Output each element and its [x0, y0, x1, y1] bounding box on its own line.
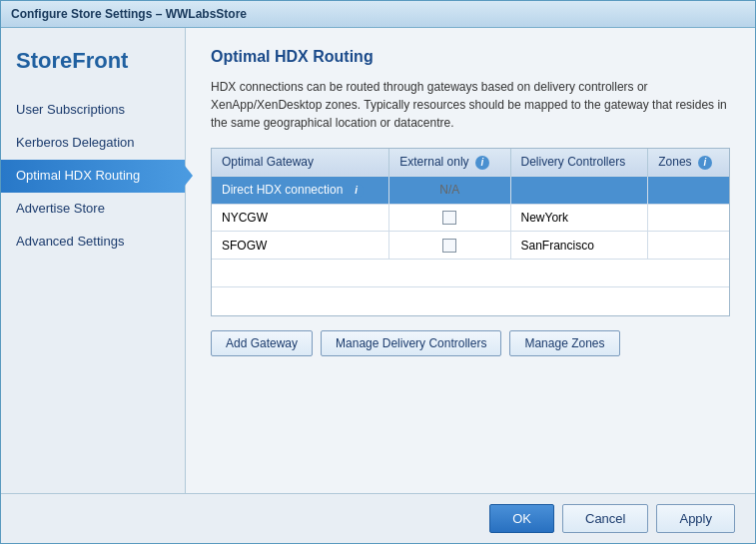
description: HDX connections can be routed through ga… [211, 78, 730, 132]
sidebar-item-label: User Subscriptions [16, 102, 125, 117]
routing-table-container: Optimal Gateway External only i Delivery… [211, 148, 730, 316]
sidebar-item-label: Advanced Settings [16, 234, 124, 249]
description-text: HDX connections can be routed through ga… [211, 80, 727, 130]
cell-delivery-controllers: SanFrancisco [510, 232, 648, 260]
sidebar: StoreFront User Subscriptions Kerberos D… [1, 28, 186, 493]
sidebar-item-label: Advertise Store [16, 201, 105, 216]
section-title: Optimal HDX Routing [211, 48, 730, 66]
routing-table: Optimal Gateway External only i Delivery… [212, 149, 729, 315]
ok-button[interactable]: OK [489, 504, 554, 533]
sidebar-item-kerberos-delegation[interactable]: Kerberos Delegation [1, 127, 185, 160]
col-header-zones: Zones i [648, 149, 729, 176]
action-buttons: Add Gateway Manage Delivery Controllers … [211, 330, 730, 356]
table-header-row: Optimal Gateway External only i Delivery… [212, 149, 729, 176]
footer: OK Cancel Apply [1, 493, 755, 543]
cell-gateway: NYCGW [212, 204, 389, 232]
table-row-empty [212, 260, 729, 287]
title-bar: Configure Store Settings – WWLabsStore [1, 1, 755, 28]
sidebar-title: StoreFront [1, 38, 185, 94]
manage-zones-button[interactable]: Manage Zones [509, 330, 619, 356]
external-only-checkbox-sfogw[interactable] [442, 239, 456, 253]
manage-delivery-controllers-button[interactable]: Manage Delivery Controllers [321, 330, 501, 356]
sidebar-item-label: Kerberos Delegation [16, 135, 135, 150]
cell-zones [648, 232, 729, 260]
table-row[interactable]: SFOGW SanFrancisco [212, 232, 729, 260]
cell-external-only [389, 232, 510, 260]
cell-gateway: SFOGW [212, 232, 389, 260]
col-header-gateway: Optimal Gateway [212, 149, 389, 176]
cell-external-only [389, 204, 510, 232]
table-row[interactable]: Direct HDX connection i N/A [212, 176, 729, 204]
add-gateway-button[interactable]: Add Gateway [211, 330, 313, 356]
apply-button[interactable]: Apply [656, 504, 735, 533]
cancel-button[interactable]: Cancel [562, 504, 648, 533]
table-row[interactable]: NYCGW NewYork [212, 204, 729, 232]
external-only-checkbox-nycgw[interactable] [442, 211, 456, 225]
na-label: N/A [439, 183, 459, 197]
sidebar-item-optimal-hdx-routing[interactable]: Optimal HDX Routing [1, 160, 185, 193]
sidebar-item-advertise-store[interactable]: Advertise Store [1, 193, 185, 226]
content-area: StoreFront User Subscriptions Kerberos D… [1, 28, 755, 493]
direct-hdx-info-icon[interactable]: i [350, 184, 364, 198]
zones-info-icon[interactable]: i [698, 156, 712, 170]
cell-external-only: N/A [389, 176, 510, 204]
cell-delivery-controllers [510, 176, 648, 204]
external-only-info-icon[interactable]: i [475, 156, 489, 170]
col-header-delivery-controllers: Delivery Controllers [510, 149, 648, 176]
sidebar-item-user-subscriptions[interactable]: User Subscriptions [1, 94, 185, 127]
cell-delivery-controllers: NewYork [510, 204, 648, 232]
cell-gateway: Direct HDX connection i [212, 176, 389, 204]
cell-zones [648, 204, 729, 232]
main-window: Configure Store Settings – WWLabsStore S… [0, 0, 756, 544]
title-bar-label: Configure Store Settings – WWLabsStore [11, 7, 247, 21]
col-header-external-only: External only i [389, 149, 510, 176]
main-content: Optimal HDX Routing HDX connections can … [186, 28, 755, 493]
cell-zones [648, 176, 729, 204]
sidebar-item-label: Optimal HDX Routing [16, 168, 140, 183]
sidebar-item-advanced-settings[interactable]: Advanced Settings [1, 226, 185, 259]
table-row-empty [212, 287, 729, 315]
